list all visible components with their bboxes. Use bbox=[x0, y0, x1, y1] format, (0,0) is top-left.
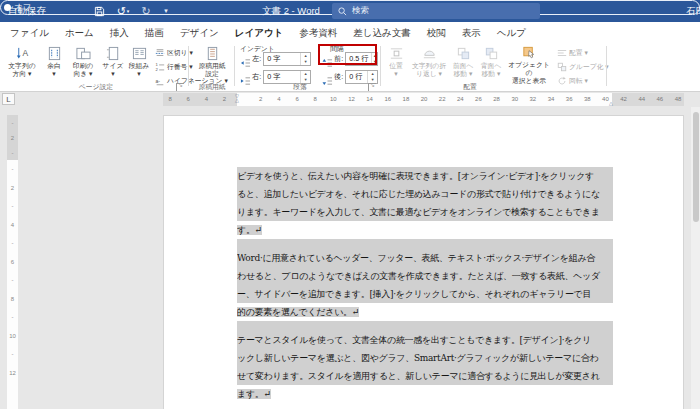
document-workspace: -2- -2-4-6-8-10-12 ビデオを使うと、伝えたい内容を明確に表現で… bbox=[0, 107, 700, 409]
document-text-line[interactable]: テーマとスタイルを使って、文書全体の統一感を出すこともできます。[デザイン]·を… bbox=[237, 331, 613, 349]
ruler-number: 32 bbox=[524, 93, 542, 106]
search-icon bbox=[338, 7, 347, 16]
align-button: 配置 ▾ bbox=[556, 46, 588, 59]
document-text-line[interactable] bbox=[237, 239, 613, 249]
margins-button[interactable]: 余白 ▾ bbox=[42, 45, 66, 85]
rotate-icon bbox=[556, 75, 567, 86]
ribbon-tab[interactable]: レイアウト bbox=[227, 22, 292, 43]
orientation-button[interactable]: 印刷の 向き ▾ bbox=[68, 45, 98, 85]
ribbon-tab[interactable]: 表示 bbox=[454, 22, 489, 43]
ruler-number: 6 bbox=[288, 93, 306, 106]
line-numbers-button[interactable]: 12 行番号 ▾ bbox=[154, 60, 193, 73]
indent-left-field[interactable]: 0 字 ▴▾ bbox=[263, 52, 311, 66]
page-size-icon bbox=[105, 45, 122, 61]
send-backward-button: 背面へ 移動 ▾ bbox=[478, 45, 504, 85]
ribbon-tab[interactable]: デザイン bbox=[172, 22, 227, 43]
document-text-line[interactable]: せて変わります。スタイルを適用すると、新しいテーマに適合するように見出しが変更さ… bbox=[237, 367, 613, 385]
right-indent-marker[interactable]: △ bbox=[607, 101, 615, 105]
spin-down-icon[interactable]: ▾ bbox=[301, 59, 310, 65]
document-text-line[interactable]: 的の要素を選んでください。↵ bbox=[237, 303, 613, 321]
ribbon-tab[interactable]: ヘルプ bbox=[489, 22, 534, 43]
ruler-number: 24 bbox=[451, 93, 469, 106]
ruler-number: 2 bbox=[7, 133, 18, 143]
tab-stop-selector[interactable]: L bbox=[2, 93, 15, 105]
genko-paper-icon bbox=[204, 45, 221, 61]
ruler-number: 22 bbox=[433, 93, 451, 106]
document-text-line[interactable]: ー、サイドバーを追加できます。[挿入]·をクリックしてから、それぞれのギャラリー… bbox=[237, 285, 613, 303]
ruler-number: - bbox=[7, 148, 18, 158]
document-text-line[interactable]: す。↵ bbox=[237, 221, 613, 239]
document-text-line[interactable]: Word·に用意されているヘッダー、フッター、表紙、テキスト·ボックス·デザイン… bbox=[237, 249, 613, 267]
quick-access-customize-button[interactable]: ▼ bbox=[160, 0, 172, 22]
document-text-line[interactable] bbox=[237, 321, 613, 331]
ribbon-tab-bar: ファイルホーム挿入描画デザインレイアウト参考資料差し込み文書校閲表示ヘルプ bbox=[0, 22, 700, 43]
document-text: ビデオを使うと、伝えたい内容を明確に表現できます。[オンライン·ビデオ]·をクリ… bbox=[237, 167, 613, 403]
indent-left-spinner[interactable]: ▴▾ bbox=[300, 53, 310, 65]
indent-markers[interactable]: ▽△ bbox=[233, 94, 241, 102]
ruler-number: 10 bbox=[324, 93, 342, 106]
ruler-number: 10 bbox=[7, 327, 18, 346]
chevron-down-icon: ▼ bbox=[163, 8, 169, 14]
columns-button[interactable]: 段組み ▾ bbox=[126, 45, 152, 85]
ruler-number: 30 bbox=[506, 93, 524, 106]
word-window: 自動保存 オフ ↺▾ ↻ ▼ 文書 2 - Word 検索 石田 ファイルホーム… bbox=[0, 0, 700, 409]
ribbon-tab[interactable]: ファイル bbox=[2, 22, 57, 43]
ribbon-tab[interactable]: 挿入 bbox=[102, 22, 137, 43]
document-text-line[interactable]: ビデオを使うと、伝えたい内容を明確に表現できます。[オンライン·ビデオ]·をクリ… bbox=[237, 167, 613, 185]
ribbon-tab[interactable]: 差し込み文書 bbox=[345, 22, 418, 43]
ribbon-tab[interactable]: 校閲 bbox=[419, 22, 454, 43]
columns-icon bbox=[131, 45, 148, 61]
svg-text:A: A bbox=[22, 48, 28, 58]
page-break-icon bbox=[154, 47, 165, 58]
document-text-line[interactable]: ます。↵ bbox=[237, 385, 613, 403]
ruler-number: 2 bbox=[252, 93, 270, 106]
ruler-number: 28 bbox=[488, 93, 506, 106]
group-label-paragraph: 段落 bbox=[293, 82, 307, 92]
wrap-text-icon bbox=[421, 45, 438, 61]
save-button[interactable] bbox=[90, 0, 108, 22]
ruler-number: - bbox=[7, 308, 18, 327]
ruler-number: 26 bbox=[469, 93, 487, 106]
wrap-text-button: 文字列の折 り返し ▾ bbox=[410, 45, 448, 85]
line-numbers-icon: 12 bbox=[154, 61, 165, 72]
ribbon-tab[interactable]: 参考資料 bbox=[291, 22, 345, 43]
position-button: 位置 ▾ bbox=[384, 45, 408, 85]
indent-right-spinner[interactable]: ▴▾ bbox=[300, 71, 310, 83]
ruler-number: 6 bbox=[179, 93, 197, 106]
text-direction-button[interactable]: A 文字列の 方向 ▾ bbox=[4, 45, 40, 85]
search-input[interactable]: 検索 bbox=[332, 3, 540, 19]
document-text-line[interactable]: ックし新しいテーマを選ぶと、図やグラフ、SmartArt·グラフィックが新しいテ… bbox=[237, 349, 613, 367]
size-button[interactable]: サイズ ▾ bbox=[100, 45, 126, 85]
document-page[interactable]: ビデオを使うと、伝えたい内容を明確に表現できます。[オンライン·ビデオ]·をクリ… bbox=[163, 115, 684, 409]
group-label-genko: 原稿用紙 bbox=[198, 82, 225, 92]
undo-button[interactable]: ↺▾ bbox=[113, 0, 133, 22]
document-text-line[interactable]: わせると、プロのようなできばえの文書を作成できます。たとえば、一致する表紙、ヘッ… bbox=[237, 267, 613, 285]
account-name[interactable]: 石田 bbox=[686, 0, 700, 22]
group-button: グループ化 ▾ bbox=[556, 60, 609, 73]
ribbon-tab[interactable]: ホーム bbox=[57, 22, 102, 43]
vertical-scrollbar[interactable] bbox=[691, 107, 700, 409]
selection-pane-button[interactable]: オブジェクトの 選択と表示 bbox=[506, 45, 552, 85]
group-label-arrange: 配置 bbox=[463, 82, 477, 92]
indent-right-icon bbox=[240, 72, 251, 82]
page-setup-dialog-launcher-icon[interactable] bbox=[176, 83, 184, 91]
bring-forward-button: 前面へ 移動 ▾ bbox=[450, 45, 476, 85]
ruler-number: 48 bbox=[669, 93, 687, 106]
ruler-number: 44 bbox=[633, 93, 651, 106]
scrollbar-thumb[interactable] bbox=[693, 112, 699, 222]
document-text-line[interactable]: ると、追加したいビデオを、それに応じた埋め込みコードの形式で貼り付けできるように… bbox=[237, 185, 613, 203]
redo-button[interactable]: ↻ bbox=[138, 0, 154, 22]
ruler-number: - bbox=[7, 197, 18, 216]
genko-setup-button[interactable]: 原稿用紙 設定 bbox=[194, 45, 230, 85]
ribbon-tab[interactable]: 描画 bbox=[137, 22, 172, 43]
indent-left-row: 左: 0 字 ▴▾ bbox=[240, 51, 311, 66]
document-text-line[interactable]: ります。キーワードを入力して、文書に最適なビデオをオンラインで検索することもでき… bbox=[237, 203, 613, 221]
save-icon bbox=[94, 6, 105, 17]
ruler-number: 34 bbox=[542, 93, 560, 106]
title-bar: 自動保存 オフ ↺▾ ↻ ▼ 文書 2 - Word 検索 石田 bbox=[0, 0, 700, 22]
undo-icon: ↺ bbox=[117, 5, 126, 18]
bring-forward-icon bbox=[455, 45, 472, 61]
ruler-row: L 86422468101214161820222426283032343638… bbox=[0, 92, 700, 107]
paragraph-dialog-launcher-icon[interactable] bbox=[368, 83, 376, 91]
ruler-number: 12 bbox=[342, 93, 360, 106]
